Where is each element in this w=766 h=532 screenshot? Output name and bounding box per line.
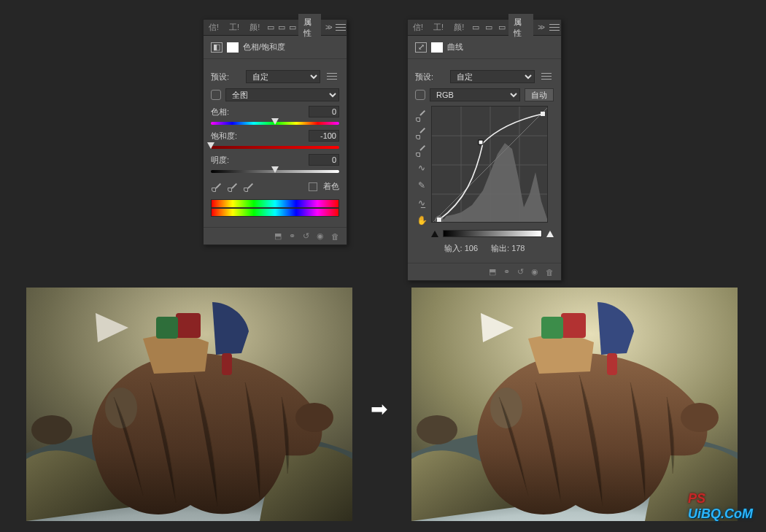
- curve-pencil-tool-icon[interactable]: ✎: [415, 179, 428, 192]
- link-icon[interactable]: ⚭: [503, 267, 510, 277]
- tab-info[interactable]: 信!: [408, 19, 428, 36]
- hsl-icon: ◧: [211, 42, 223, 53]
- tab-info[interactable]: 信!: [204, 19, 224, 36]
- before-image: [26, 288, 352, 521]
- preset-select[interactable]: 自定: [450, 70, 535, 83]
- mask-icon: [431, 42, 443, 53]
- output-gradient: [443, 230, 542, 237]
- visibility-icon[interactable]: ◉: [317, 231, 324, 241]
- clip-icon[interactable]: ⬒: [489, 267, 496, 277]
- preset-menu-icon[interactable]: [325, 69, 339, 84]
- saturation-input[interactable]: [309, 130, 339, 142]
- clip-icon[interactable]: ⬒: [274, 231, 282, 241]
- color-range-bar-top: [211, 199, 339, 208]
- arrow-icon: ➡: [371, 397, 387, 421]
- eyedropper-gray-icon[interactable]: [415, 126, 428, 139]
- colorize-label: 着色: [323, 181, 339, 192]
- tab-icon-2[interactable]: ▭: [482, 20, 495, 35]
- svg-point-13: [295, 403, 333, 432]
- saturation-slider[interactable]: [211, 144, 339, 151]
- svg-rect-16: [222, 353, 232, 375]
- curve-tools: ∿ ✎ ∿̲ ✋: [415, 106, 428, 227]
- hue-input[interactable]: [309, 106, 339, 117]
- hand-tool-icon[interactable]: [211, 90, 221, 100]
- lightness-slider[interactable]: [211, 168, 339, 175]
- panel-title: 曲线: [447, 42, 463, 53]
- hue-label: 色相:: [211, 107, 229, 117]
- curves-icon: ⤢: [415, 42, 427, 53]
- svg-rect-14: [176, 313, 201, 338]
- channel-select[interactable]: RGB: [430, 88, 520, 101]
- svg-rect-24: [607, 353, 617, 375]
- panel-menu-icon[interactable]: [336, 20, 347, 35]
- eyedropper-icon[interactable]: [211, 182, 221, 192]
- curve-point-tool-icon[interactable]: ∿: [415, 161, 428, 174]
- reset-icon[interactable]: ↺: [303, 231, 309, 241]
- collapse-icon[interactable]: >>: [533, 23, 548, 31]
- svg-rect-23: [541, 317, 563, 339]
- preset-label: 预设:: [415, 72, 446, 82]
- watermark: PS UiBQ.CoM: [688, 491, 753, 522]
- hand-tool-icon[interactable]: [415, 90, 425, 100]
- curve-smooth-icon[interactable]: ∿̲: [415, 196, 428, 209]
- visibility-icon[interactable]: ◉: [531, 267, 538, 277]
- adjustment-header: ⤢ 曲线: [408, 36, 561, 59]
- colorize-checkbox[interactable]: [309, 182, 317, 191]
- svg-rect-22: [561, 313, 586, 338]
- tab-color[interactable]: 颜!: [244, 19, 265, 36]
- tab-properties[interactable]: 属性: [298, 14, 321, 42]
- lightness-label: 明度:: [211, 155, 229, 166]
- auto-button[interactable]: 自动: [525, 88, 554, 101]
- tab-icon-2[interactable]: ▭: [276, 20, 287, 35]
- panel-curves: 信! 工! 颜! ▭ ▭ ▭ 属性 >> ⤢ 曲线 预设: 自定 RGB 自动: [407, 19, 562, 281]
- preset-menu-icon[interactable]: [539, 69, 554, 84]
- svg-point-26: [417, 415, 457, 444]
- curve-graph[interactable]: [431, 106, 548, 223]
- svg-rect-8: [479, 140, 483, 144]
- eyedropper-plus-icon[interactable]: [227, 182, 237, 192]
- output-value: 178: [511, 244, 525, 252]
- tab-icon-1[interactable]: ▭: [469, 20, 482, 35]
- input-label: 输入:: [444, 244, 463, 252]
- hue-slider[interactable]: [211, 120, 339, 127]
- panel-footer: ⬒ ⚭ ↺ ◉ 🗑: [204, 227, 347, 244]
- preset-select[interactable]: 自定: [246, 70, 320, 83]
- tab-color[interactable]: 颜!: [449, 19, 469, 36]
- trash-icon[interactable]: 🗑: [546, 268, 554, 277]
- trash-icon[interactable]: 🗑: [331, 232, 339, 241]
- tab-tools[interactable]: 工!: [428, 19, 449, 36]
- svg-rect-15: [156, 317, 178, 339]
- eyedropper-white-icon[interactable]: [415, 144, 428, 157]
- eyedropper-minus-icon[interactable]: [243, 182, 253, 192]
- collapse-icon[interactable]: >>: [321, 23, 336, 31]
- link-icon[interactable]: ⚭: [289, 231, 295, 241]
- black-point-icon[interactable]: [431, 231, 438, 237]
- channel-select[interactable]: 全图: [225, 88, 339, 101]
- mask-icon: [227, 42, 239, 53]
- svg-rect-7: [437, 217, 441, 222]
- panel-menu-icon[interactable]: [548, 20, 561, 35]
- curve-hand-icon[interactable]: ✋: [415, 214, 428, 227]
- preset-label: 预设:: [211, 72, 241, 82]
- panel-hue-saturation: 信! 工! 颜! ▭ ▭ ▭ 属性 >> ◧ 色相/饱和度 预设: 自定 全图 …: [203, 19, 347, 245]
- white-point-icon[interactable]: [546, 231, 554, 237]
- color-range-bar-bottom: [211, 208, 339, 217]
- eyedropper-black-icon[interactable]: [415, 109, 428, 122]
- adjustment-header: ◧ 色相/饱和度: [204, 36, 347, 59]
- lightness-input[interactable]: [309, 154, 339, 166]
- tab-icon-1[interactable]: ▭: [265, 20, 276, 35]
- svg-point-25: [490, 388, 522, 428]
- svg-point-21: [681, 403, 719, 432]
- saturation-label: 饱和度:: [211, 131, 237, 142]
- svg-point-18: [31, 415, 72, 444]
- reset-icon[interactable]: ↺: [517, 267, 524, 277]
- after-image: [411, 288, 738, 521]
- tab-icon-3[interactable]: ▭: [287, 20, 298, 35]
- output-label: 输出:: [491, 244, 509, 252]
- svg-rect-9: [541, 112, 545, 116]
- tab-properties[interactable]: 属性: [508, 14, 533, 42]
- panel-title: 色相/饱和度: [243, 42, 285, 53]
- tab-icon-3[interactable]: ▭: [495, 20, 508, 35]
- tab-tools[interactable]: 工!: [224, 19, 244, 36]
- panel-tabs: 信! 工! 颜! ▭ ▭ ▭ 属性 >>: [204, 20, 347, 36]
